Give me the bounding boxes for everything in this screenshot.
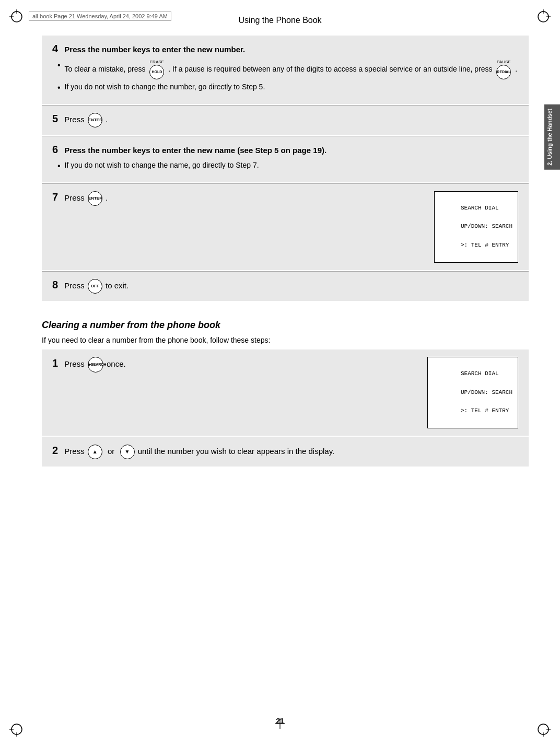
up-button[interactable]: ▲	[88, 445, 102, 459]
step-7-box: 7 Press ENTER . SEARCH DIAL UP/DOWN: SEA…	[42, 184, 529, 270]
clearing-step-1-number: 1	[52, 357, 58, 369]
step-4-number: 4	[52, 43, 58, 54]
step-4-bullet-1: • To clear a mistake, press ERASE HOLD .…	[57, 60, 518, 79]
erase-label: ERASE	[150, 60, 164, 64]
step-6-bullet-1: • If you do not wish to change the name,…	[57, 161, 518, 172]
step-6-number: 6	[52, 144, 58, 155]
corner-mark-tr	[536, 9, 551, 24]
clearing-heading: Clearing a number from the phone book	[42, 320, 529, 331]
enter-button-step5[interactable]: ENTER	[88, 113, 102, 127]
corner-mark-tl	[9, 9, 24, 24]
step-7-display: SEARCH DIAL UP/DOWN: SEARCH >: TEL # ENT…	[434, 191, 518, 263]
pause-label: PAUSE	[497, 60, 511, 64]
search-button[interactable]: ▶SEARCH	[88, 357, 103, 372]
step-4-bullet-2: • If you do not wish to change the numbe…	[57, 83, 518, 94]
clearing-intro: If you need to clear a number from the p…	[42, 336, 529, 344]
bottom-center-mark	[273, 718, 287, 730]
step-4-title: Press the number keys to enter the new n…	[64, 45, 245, 54]
step-5-number: 5	[52, 113, 58, 124]
off-button[interactable]: OFF	[88, 279, 102, 294]
step-7-content: 7 Press ENTER .	[52, 191, 426, 206]
clearing-step-1-box: 1 Press ▶SEARCH once. SEARCH DIAL UP/DOW…	[42, 349, 529, 436]
step-8-box: 8 Press OFF to exit.	[42, 272, 529, 301]
hold-button-wrapper: ERASE HOLD	[148, 60, 165, 79]
hold-button[interactable]: HOLD	[149, 65, 164, 79]
redial-button[interactable]: REDIAL	[496, 65, 511, 79]
step-6-title: Press the number keys to enter the new n…	[64, 146, 326, 155]
step-5-box: 5 Press ENTER .	[42, 106, 529, 135]
step-4-box: 4 Press the number keys to enter the new…	[42, 36, 529, 104]
clearing-section: Clearing a number from the phone book If…	[42, 320, 529, 467]
clearing-step-1-content: 1 Press ▶SEARCH once.	[52, 357, 419, 372]
down-button[interactable]: ▼	[120, 445, 135, 459]
step-7-number: 7	[52, 191, 58, 203]
file-info-bar: all.book Page 21 Wednesday, April 24, 20…	[29, 11, 171, 21]
step-6-box: 6 Press the number keys to enter the new…	[42, 136, 529, 182]
step-8-number: 8	[52, 279, 58, 290]
main-content: 4 Press the number keys to enter the new…	[42, 30, 529, 467]
clearing-step-2-box: 2 Press ▲ or ▼ until the number you wish…	[42, 437, 529, 467]
clearing-step-1-display: SEARCH DIAL UP/DOWN: SEARCH >: TEL # ENT…	[427, 357, 518, 428]
enter-button-step7[interactable]: ENTER	[88, 191, 102, 206]
redial-button-wrapper: PAUSE REDIAL	[495, 60, 512, 79]
clearing-step-2-number: 2	[52, 445, 58, 456]
side-tab: 2. Using the Handset	[544, 104, 560, 170]
